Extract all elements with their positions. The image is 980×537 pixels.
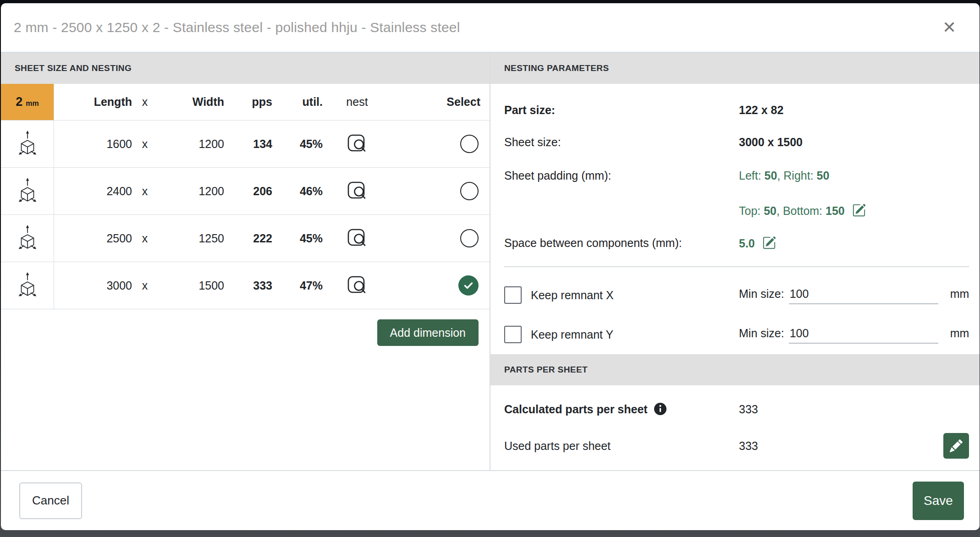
calculated-parts-text: Calculated parts per sheet (504, 403, 648, 416)
col-header-width: Width (158, 95, 224, 109)
padding-bottom-value: 150 (826, 204, 845, 217)
sheet-row-3000x1500: 3000 x 1500 333 47% (1, 262, 490, 309)
nest-preview-button[interactable] (345, 132, 369, 156)
util-value: 47% (272, 279, 323, 292)
nest-magnifier-icon (345, 179, 369, 203)
util-value: 45% (272, 232, 323, 245)
space-value: 5.0 (739, 237, 755, 250)
parts-per-sheet-header: PARTS PER SHEET (490, 354, 980, 385)
nest-magnifier-icon (345, 274, 369, 297)
col-header-select: Select (391, 95, 490, 109)
padding-right-value: 50 (817, 169, 830, 182)
min-size-label: Min size: (739, 327, 784, 340)
min-size-label: Min size: (739, 287, 784, 301)
part-size-label: Part size: (504, 104, 739, 117)
part-size-row: Part size: 122 x 82 (504, 94, 969, 126)
pps-value: 333 (224, 279, 272, 292)
check-icon (463, 280, 474, 291)
sheet-padding-lr-value: Left: 50, Right: 50 (739, 169, 969, 182)
padding-bottom-label: , Bottom: (776, 204, 826, 217)
dialog-title-bar: 2 mm - 2500 x 1250 x 2 - Stainless steel… (1, 3, 980, 53)
x-separator: x (132, 137, 158, 151)
close-button[interactable]: ✕ (937, 16, 961, 39)
used-parts-row: Used parts per sheet 333 (504, 427, 969, 464)
nest-preview-button[interactable] (345, 179, 369, 203)
length-value: 2500 (54, 232, 132, 245)
nest-preview-button[interactable] (345, 274, 369, 297)
length-value: 3000 (54, 279, 132, 292)
util-value: 45% (272, 137, 323, 151)
remnant-y-min-input[interactable] (789, 326, 938, 344)
cube-axes-icon (16, 271, 39, 300)
sheet-row-1600x1200: 1600 x 1200 134 45% (1, 121, 490, 168)
sheet-padding-tb-value: Top: 50, Bottom: 150 (739, 203, 969, 218)
width-value: 1250 (158, 232, 224, 245)
keep-remnant-x-label: Keep remnant X (531, 289, 614, 302)
x-separator: x (132, 185, 158, 198)
space-between-value: 5.0 (739, 236, 969, 250)
add-dimension-button[interactable]: Add dimension (377, 319, 479, 346)
sheet-size-label: Sheet size: (504, 136, 739, 149)
nest-preview-button[interactable] (345, 226, 369, 250)
nest-magnifier-icon (345, 226, 369, 250)
save-button[interactable]: Save (913, 482, 964, 520)
sheet-size-panel-header: SHEET SIZE AND NESTING (1, 53, 490, 84)
remnant-x-min-input[interactable] (789, 286, 938, 304)
col-header-util: util. (272, 95, 323, 109)
sheet-padding-row-2: Top: 50, Bottom: 150 (504, 193, 969, 228)
select-radio[interactable] (460, 229, 479, 247)
length-value: 2400 (54, 185, 132, 198)
cube-axes-icon (16, 224, 39, 252)
calculated-parts-row: Calculated parts per sheet 333 (504, 391, 969, 427)
select-radio[interactable] (460, 135, 479, 153)
sheet-row-2500x1250: 2500 x 1250 222 45% (1, 215, 490, 262)
sheet-table-header-row: 2 mm Length x Width pps util. nest Selec… (1, 84, 490, 121)
nest-magnifier-icon (345, 132, 369, 156)
used-parts-value: 333 (739, 439, 943, 453)
calculated-parts-value: 333 (739, 403, 969, 416)
sheet-row-2400x1200: 2400 x 1200 206 46% (1, 168, 490, 215)
edit-space-icon[interactable] (762, 236, 776, 250)
width-value: 1200 (158, 137, 224, 151)
cancel-button[interactable]: Cancel (19, 482, 82, 519)
keep-remnant-y-row: Keep remnant Y Min size: mm (504, 315, 969, 354)
nesting-parameters-header: NESTING PARAMETERS (490, 53, 980, 84)
sheet-padding-row: Sheet padding (mm): Left: 50, Right: 50 (504, 158, 969, 193)
edit-padding-icon[interactable] (852, 203, 866, 217)
space-between-label: Space between components (mm): (504, 236, 739, 250)
close-icon: ✕ (942, 19, 956, 36)
cube-axes-icon (16, 130, 39, 158)
padding-right-label: , Right: (777, 169, 816, 182)
select-radio[interactable] (460, 182, 479, 200)
padding-left-label: Left: (739, 169, 765, 182)
col-header-x: x (132, 95, 158, 109)
section-divider (504, 266, 969, 267)
col-header-length: Length (54, 95, 132, 109)
padding-top-label: Top: (739, 204, 764, 217)
thickness-value: 2 (16, 95, 22, 109)
select-radio[interactable] (458, 275, 479, 296)
cube-axes-icon (16, 177, 39, 205)
dialog-title: 2 mm - 2500 x 1250 x 2 - Stainless steel… (14, 20, 937, 35)
min-size-unit: mm (950, 287, 969, 301)
used-parts-label: Used parts per sheet (504, 439, 739, 453)
dialog-footer: Cancel Save (1, 470, 980, 530)
thickness-badge: 2 mm (1, 84, 54, 120)
pps-value: 134 (224, 137, 272, 151)
thickness-unit: mm (26, 99, 39, 108)
keep-remnant-x-row: Keep remnant X Min size: mm (504, 275, 969, 315)
pps-value: 222 (224, 232, 272, 245)
col-header-nest: nest (323, 95, 391, 109)
keep-remnant-y-label: Keep remnant Y (531, 328, 613, 341)
info-icon[interactable] (654, 403, 666, 415)
nesting-parameters-panel: NESTING PARAMETERS Part size: 122 x 82 S… (490, 53, 980, 470)
x-separator: x (132, 279, 158, 292)
width-value: 1500 (158, 279, 224, 292)
calculated-parts-label: Calculated parts per sheet (504, 403, 739, 416)
space-between-row: Space between components (mm): 5.0 (504, 228, 969, 258)
pencil-icon (950, 439, 963, 452)
edit-used-parts-button[interactable] (943, 433, 969, 459)
keep-remnant-x-checkbox[interactable] (504, 286, 522, 304)
padding-top-value: 50 (764, 204, 776, 217)
keep-remnant-y-checkbox[interactable] (504, 326, 522, 343)
